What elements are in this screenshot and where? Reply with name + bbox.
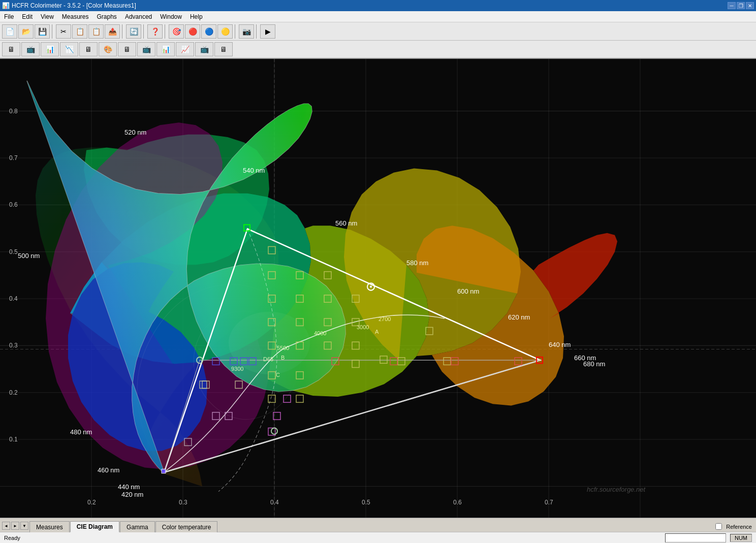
svg-text:C: C bbox=[276, 372, 280, 378]
toolbar1: 📄 📂 💾 ✂ 📋 📋 📤 🔄 ❓ 🎯 🔴 🔵 🟡 📷 ▶ bbox=[0, 22, 756, 41]
status-text: Ready bbox=[4, 535, 20, 541]
refresh-button[interactable]: 🔄 bbox=[126, 24, 141, 39]
minimize-button[interactable]: ─ bbox=[728, 2, 736, 9]
statusbar-right: NUM bbox=[665, 533, 752, 542]
play-button[interactable]: ▶ bbox=[260, 24, 275, 39]
menu-graphs[interactable]: Graphs bbox=[93, 11, 121, 22]
screen-btn-12[interactable]: 🖥 bbox=[214, 42, 233, 56]
svg-text:480 nm: 480 nm bbox=[70, 428, 92, 436]
svg-text:0.3: 0.3 bbox=[9, 342, 18, 349]
copy-button[interactable]: 📋 bbox=[72, 24, 87, 39]
screen-btn-1[interactable]: 🖥 bbox=[2, 42, 20, 56]
menu-measures[interactable]: Measures bbox=[58, 11, 93, 22]
tab-list-button[interactable]: ▼ bbox=[20, 522, 28, 530]
svg-rect-76 bbox=[162, 469, 166, 473]
tab-color-temperature[interactable]: Color temperature bbox=[155, 521, 218, 532]
svg-text:500 nm: 500 nm bbox=[18, 252, 40, 260]
separator5 bbox=[235, 24, 237, 39]
svg-rect-34 bbox=[0, 59, 756, 518]
statusbar-input[interactable] bbox=[665, 533, 726, 542]
svg-text:A: A bbox=[375, 329, 379, 335]
svg-text:440 nm: 440 nm bbox=[118, 483, 140, 490]
svg-text:420 nm: 420 nm bbox=[121, 491, 143, 498]
tab-next-button[interactable]: ► bbox=[11, 522, 19, 530]
screen-btn-2[interactable]: 📺 bbox=[21, 42, 40, 56]
screen-btn-5[interactable]: 🖥 bbox=[79, 42, 98, 56]
titlebar-left: 📊 HCFR Colorimeter - 3.5.2 - [Color Meas… bbox=[2, 2, 136, 9]
menu-file[interactable]: File bbox=[0, 11, 18, 22]
target-button[interactable]: 🎯 bbox=[169, 24, 184, 39]
screen-btn-9[interactable]: 📊 bbox=[156, 42, 175, 56]
cut-button[interactable]: ✂ bbox=[56, 24, 71, 39]
menu-view[interactable]: View bbox=[37, 11, 58, 22]
num-indicator: NUM bbox=[730, 534, 752, 542]
svg-text:0.7: 0.7 bbox=[9, 154, 18, 162]
restore-button[interactable]: ❐ bbox=[737, 2, 745, 9]
cie-diagram-area: 0.8 0.7 0.6 0.5 0.4 0.3 0.2 0.1 0.2 0.3 … bbox=[0, 59, 756, 518]
new-button[interactable]: 📄 bbox=[2, 24, 17, 39]
screen-btn-11[interactable]: 📺 bbox=[195, 42, 213, 56]
svg-text:0.1: 0.1 bbox=[9, 436, 18, 443]
svg-text:3000: 3000 bbox=[357, 324, 369, 330]
yellow-button[interactable]: 🟡 bbox=[217, 24, 233, 39]
app-icon: 📊 bbox=[2, 2, 10, 9]
menu-edit[interactable]: Edit bbox=[18, 11, 37, 22]
svg-text:9300: 9300 bbox=[231, 366, 243, 372]
svg-text:5500: 5500 bbox=[277, 344, 289, 350]
save-button[interactable]: 💾 bbox=[35, 24, 50, 39]
svg-text:0.4: 0.4 bbox=[270, 499, 279, 506]
svg-text:0.7: 0.7 bbox=[545, 499, 553, 506]
menu-window[interactable]: Window bbox=[156, 11, 186, 22]
separator2 bbox=[122, 24, 124, 39]
svg-text:0.2: 0.2 bbox=[9, 389, 18, 396]
screen-btn-10[interactable]: 📈 bbox=[176, 42, 194, 56]
separator6 bbox=[256, 24, 258, 39]
toolbar2: 🖥 📺 📊 📉 🖥 🎨 🖥 📺 📊 📈 📺 🖥 bbox=[0, 41, 756, 59]
tab-prev-button[interactable]: ◄ bbox=[2, 522, 10, 530]
tabbar: ◄ ► ▼ Measures CIE Diagram Gamma Color t… bbox=[0, 518, 756, 532]
svg-text:0.8: 0.8 bbox=[9, 108, 18, 115]
close-button[interactable]: ✕ bbox=[746, 2, 754, 9]
menu-help[interactable]: Help bbox=[186, 11, 207, 22]
svg-text:0.4: 0.4 bbox=[9, 295, 18, 302]
menu-advanced[interactable]: Advanced bbox=[121, 11, 156, 22]
screen-btn-6[interactable]: 🎨 bbox=[99, 42, 117, 56]
reference-checkbox[interactable] bbox=[715, 523, 722, 530]
tab-cie-diagram[interactable]: CIE Diagram bbox=[70, 521, 119, 532]
tab-gamma[interactable]: Gamma bbox=[120, 521, 155, 532]
cie-diagram-svg: 0.8 0.7 0.6 0.5 0.4 0.3 0.2 0.1 0.2 0.3 … bbox=[0, 59, 756, 518]
help-button[interactable]: ❓ bbox=[147, 24, 163, 39]
screen-btn-7[interactable]: 🖥 bbox=[118, 42, 136, 56]
svg-point-78 bbox=[370, 285, 372, 288]
titlebar-controls: ─ ❐ ✕ bbox=[728, 2, 754, 9]
export-button[interactable]: 📤 bbox=[105, 24, 120, 39]
blue-button[interactable]: 🔵 bbox=[201, 24, 216, 39]
red-button[interactable]: 🔴 bbox=[185, 24, 200, 39]
paste-button[interactable]: 📋 bbox=[88, 24, 104, 39]
svg-text:0.5: 0.5 bbox=[362, 499, 370, 506]
screen-btn-3[interactable]: 📊 bbox=[41, 42, 59, 56]
tab-measures[interactable]: Measures bbox=[29, 521, 70, 532]
svg-text:620 nm: 620 nm bbox=[508, 313, 530, 321]
svg-text:560 nm: 560 nm bbox=[335, 219, 357, 227]
svg-text:0.5: 0.5 bbox=[9, 248, 18, 255]
titlebar: 📊 HCFR Colorimeter - 3.5.2 - [Color Meas… bbox=[0, 0, 756, 11]
svg-text:B: B bbox=[281, 355, 285, 361]
svg-text:D65: D65 bbox=[263, 356, 273, 362]
svg-text:460 nm: 460 nm bbox=[98, 466, 119, 474]
svg-text:600 nm: 600 nm bbox=[457, 288, 479, 295]
separator3 bbox=[143, 24, 145, 39]
svg-text:520 nm: 520 nm bbox=[124, 129, 146, 136]
main-area: 0.8 0.7 0.6 0.5 0.4 0.3 0.2 0.1 0.2 0.3 … bbox=[0, 59, 756, 518]
svg-text:640 nm: 640 nm bbox=[549, 341, 571, 348]
camera-button[interactable]: 📷 bbox=[239, 24, 254, 39]
menubar: File Edit View Measures Graphs Advanced … bbox=[0, 11, 756, 22]
screen-btn-4[interactable]: 📉 bbox=[60, 42, 78, 56]
svg-text:580 nm: 580 nm bbox=[406, 259, 428, 267]
screen-btn-8[interactable]: 📺 bbox=[137, 42, 155, 56]
separator1 bbox=[52, 24, 54, 39]
separator4 bbox=[165, 24, 167, 39]
svg-text:0.3: 0.3 bbox=[179, 499, 187, 506]
open-button[interactable]: 📂 bbox=[18, 24, 34, 39]
svg-text:2700: 2700 bbox=[379, 316, 391, 322]
